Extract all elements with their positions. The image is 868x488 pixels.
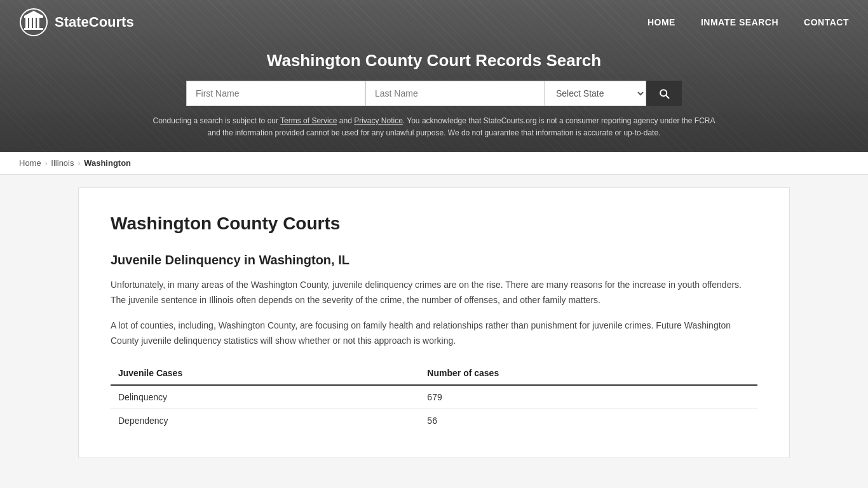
svg-rect-4 — [37, 18, 39, 28]
nav-links: HOME INMATE SEARCH CONTACT — [648, 17, 849, 27]
disclaimer-text-before: Conducting a search is subject to our — [153, 116, 281, 125]
header: StateCourts HOME INMATE SEARCH CONTACT W… — [0, 0, 868, 152]
nav-contact[interactable]: CONTACT — [804, 17, 849, 27]
breadcrumb: Home › Illinois › Washington — [0, 152, 868, 175]
breadcrumb-county: Washington — [84, 158, 131, 168]
svg-rect-3 — [33, 18, 36, 28]
juvenile-cases-table: Juvenile Cases Number of cases Delinquen… — [111, 362, 757, 432]
breadcrumb-sep-2: › — [78, 159, 80, 167]
col-header-cases: Juvenile Cases — [111, 362, 419, 385]
privacy-notice-link[interactable]: Privacy Notice — [354, 116, 403, 125]
search-button[interactable] — [646, 81, 682, 106]
nav-home[interactable]: HOME — [648, 17, 675, 27]
svg-rect-2 — [29, 18, 32, 28]
svg-marker-7 — [24, 11, 43, 16]
table-row: Delinquency 679 — [111, 385, 757, 409]
svg-rect-6 — [24, 16, 43, 18]
county-title: Washington County Courts — [111, 214, 757, 234]
paragraph-2: A lot of counties, including, Washington… — [111, 318, 757, 349]
breadcrumb-sep-1: › — [45, 159, 48, 167]
main-wrapper: Washington County Courts Juvenile Delinq… — [59, 187, 809, 458]
terms-of-service-link[interactable]: Terms of Service — [280, 116, 337, 125]
state-select[interactable]: Select State AlabamaAlaskaArizona Arkans… — [545, 81, 646, 106]
table-header-row: Juvenile Cases Number of cases — [111, 362, 757, 385]
logo[interactable]: StateCourts — [19, 8, 134, 37]
logo-text: StateCourts — [55, 14, 134, 30]
first-name-input[interactable] — [186, 81, 365, 106]
col-header-number: Number of cases — [419, 362, 757, 385]
disclaimer-and: and — [337, 116, 354, 125]
section-title: Juvenile Delinquency in Washington, IL — [111, 253, 757, 268]
case-value: 679 — [419, 385, 757, 409]
breadcrumb-home[interactable]: Home — [19, 158, 41, 168]
search-icon — [658, 87, 670, 100]
disclaimer: Conducting a search is subject to our Te… — [148, 115, 720, 139]
case-label: Delinquency — [111, 385, 419, 409]
last-name-input[interactable] — [365, 81, 545, 106]
nav-inmate-search[interactable]: INMATE SEARCH — [701, 17, 778, 27]
nav-bar: StateCourts HOME INMATE SEARCH CONTACT — [0, 0, 868, 44]
search-title: Washington County Court Records Search — [19, 51, 849, 71]
table-row: Dependency 56 — [111, 409, 757, 432]
svg-rect-1 — [25, 18, 28, 28]
content-card: Washington County Courts Juvenile Delinq… — [78, 187, 790, 458]
paragraph-1: Unfortunately, in many areas of the Wash… — [111, 278, 757, 308]
breadcrumb-state[interactable]: Illinois — [51, 158, 74, 168]
svg-rect-5 — [24, 28, 43, 30]
search-section: Washington County Court Records Search S… — [0, 44, 868, 152]
case-value: 56 — [419, 409, 757, 432]
search-bar: Select State AlabamaAlaskaArizona Arkans… — [186, 81, 682, 106]
logo-icon — [19, 8, 48, 37]
case-label: Dependency — [111, 409, 419, 432]
